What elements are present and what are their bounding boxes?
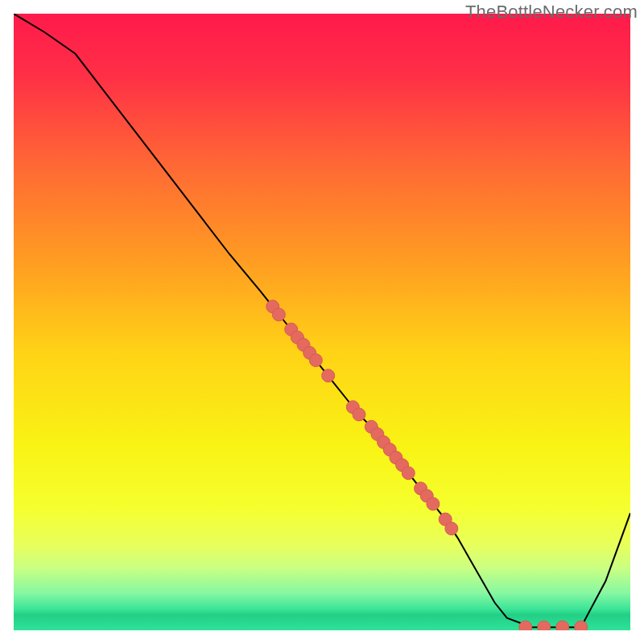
data-marker — [272, 308, 285, 321]
data-marker — [427, 497, 440, 510]
plot-area — [14, 14, 630, 630]
data-marker — [575, 621, 588, 630]
data-marker — [353, 408, 365, 421]
watermark-text: TheBottleNecker.com — [465, 2, 638, 23]
data-marker — [519, 621, 532, 630]
chart-stage: TheBottleNecker.com — [0, 0, 644, 644]
data-marker — [445, 522, 458, 535]
data-marker — [322, 369, 335, 382]
marker-layer — [266, 300, 588, 630]
data-marker — [402, 467, 415, 480]
data-marker — [538, 621, 551, 630]
bottleneck-curve — [14, 14, 630, 627]
data-marker — [556, 621, 569, 630]
data-marker — [309, 353, 322, 366]
chart-overlay — [14, 14, 630, 630]
